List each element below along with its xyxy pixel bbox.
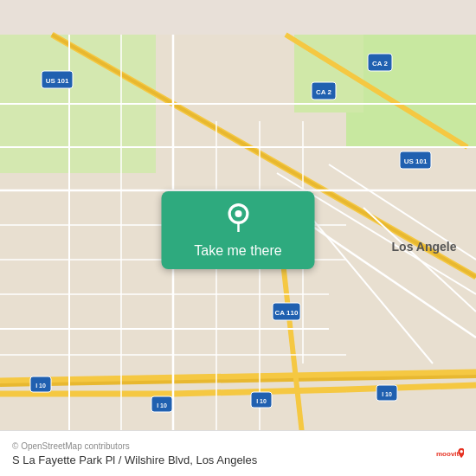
svg-text:I 10: I 10 — [256, 398, 267, 404]
svg-text:US 101: US 101 — [46, 77, 69, 85]
svg-text:CA 110: CA 110 — [275, 309, 299, 317]
map-attribution: © OpenStreetMap contributors — [12, 441, 257, 451]
svg-text:moovit: moovit — [436, 450, 460, 458]
svg-text:CA 2: CA 2 — [316, 88, 331, 96]
take-me-there-button[interactable]: Take me there — [162, 191, 315, 269]
pin-icon — [226, 203, 250, 238]
svg-point-38 — [235, 210, 241, 217]
moovit-icon: moovit — [436, 440, 464, 467]
map-container: US 101 CA 2 CA 2 US 101 CA 110 I 10 I 10… — [0, 0, 476, 476]
bottom-bar-left: © OpenStreetMap contributors S La Fayett… — [12, 441, 257, 466]
svg-rect-2 — [346, 35, 476, 147]
location-text: S La Fayette Park Pl / Wilshire Blvd, Lo… — [12, 453, 257, 466]
svg-point-41 — [460, 450, 462, 453]
svg-text:I 10: I 10 — [382, 391, 392, 397]
take-me-there-label: Take me there — [194, 243, 281, 259]
bottom-bar: © OpenStreetMap contributors S La Fayett… — [0, 430, 476, 476]
svg-text:I 10: I 10 — [35, 383, 46, 389]
svg-text:US 101: US 101 — [404, 158, 428, 165]
svg-text:CA 2: CA 2 — [372, 60, 388, 68]
svg-text:I 10: I 10 — [157, 402, 167, 408]
svg-text:Los Angele: Los Angele — [392, 240, 457, 254]
moovit-logo: moovit — [436, 440, 464, 467]
